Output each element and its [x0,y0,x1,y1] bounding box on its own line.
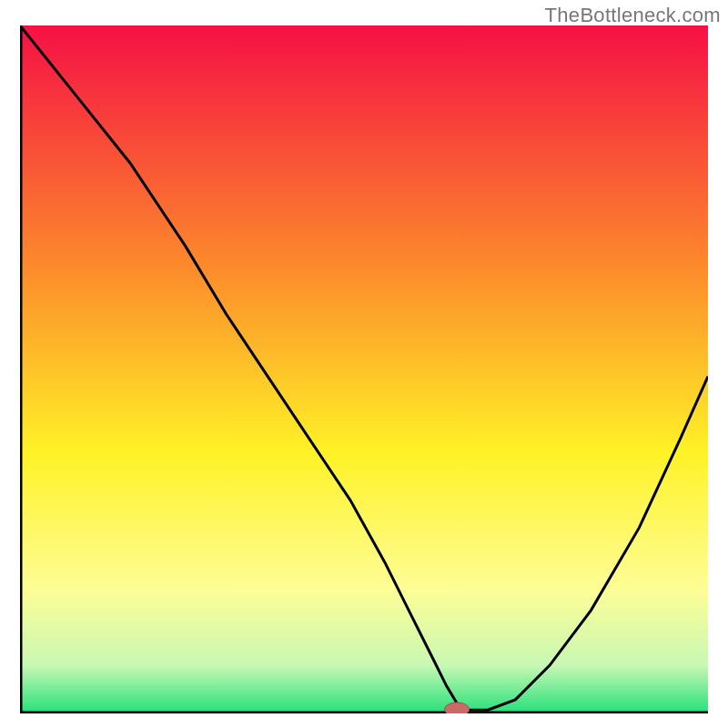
chart-svg [20,25,708,713]
optimum-marker [444,703,469,713]
gradient-background [20,25,708,713]
chart-container: TheBottleneck.com [0,0,728,728]
plot-area [20,25,708,713]
watermark-text: TheBottleneck.com [545,4,721,27]
